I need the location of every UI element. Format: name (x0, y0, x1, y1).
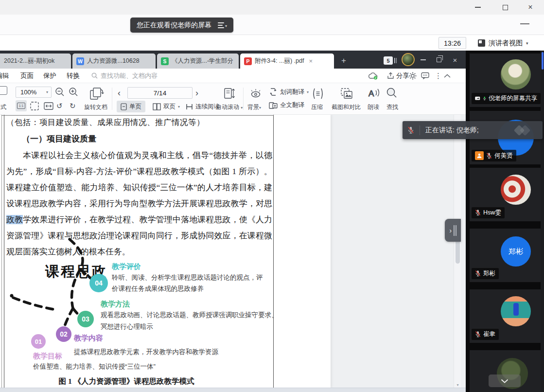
participant-tile-5[interactable]: 崔聿 (470, 289, 541, 343)
writer-file-icon: W (76, 57, 84, 65)
doc-tab-4-active[interactable]: P 附件3-4: ...丽) .pdf × (240, 53, 334, 69)
new-tab-button[interactable]: + (339, 56, 349, 66)
actual-size-button[interactable]: 1:1 (16, 100, 27, 111)
participant-tile-6[interactable] (470, 350, 541, 392)
participant-tile-4[interactable]: 郑彬 郑彬 (470, 229, 541, 282)
grip-icon (454, 225, 456, 236)
participant-tile-teacher[interactable]: 倪老师的屏幕共享 (470, 53, 541, 107)
read-aloud-label[interactable]: 朗读 (368, 103, 379, 111)
zoom-out-button[interactable] (55, 87, 65, 97)
table-border (273, 115, 274, 388)
find-icon[interactable] (386, 87, 398, 99)
meeting-substrip: 您正在观看倪老师的屏幕 ▾ (0, 15, 544, 35)
feedback-button[interactable] (421, 69, 429, 83)
menu-edit[interactable]: 编辑 (0, 69, 9, 83)
restore-icon (437, 57, 441, 62)
background-label[interactable]: 背景▾ (247, 103, 261, 111)
window-minimize-button[interactable] (470, 0, 486, 15)
diagram-label-01: 教学目标 (33, 352, 62, 361)
window-maximize-button[interactable] (497, 0, 513, 15)
read-mode-icon-partial[interactable] (0, 86, 7, 95)
auto-scroll-icon[interactable] (223, 87, 235, 101)
close-icon: × (528, 3, 532, 11)
prev-page-button[interactable]: ‹ (118, 88, 121, 98)
screen-share-icon (475, 95, 480, 102)
search-input[interactable]: 查找功能、文档内容 (91, 69, 158, 83)
avatar (501, 59, 531, 89)
read-mode-label-partial[interactable]: 式 (0, 103, 6, 111)
doc-tab-3[interactable]: S 《人力资源...-学生部分 (157, 53, 239, 69)
tab-label: 《人力资源...-学生部分 (172, 57, 233, 65)
zoom-in-button[interactable] (69, 87, 78, 97)
diagram-label-03: 教学方法 (101, 300, 130, 309)
word-translate-icon (269, 88, 278, 96)
view-mode-select[interactable]: 演讲者视图 ▾ (478, 37, 528, 49)
pdf-restore-button[interactable] (433, 54, 445, 66)
full-translate-button[interactable]: 全文翻译 (269, 101, 304, 109)
table-border (1, 115, 2, 388)
tab-label: 2021-2...丽-期初ok (4, 57, 54, 65)
tab-close-icon[interactable]: × (309, 57, 313, 65)
panel-expand-handle[interactable]: › (445, 219, 461, 242)
zoom-select[interactable]: 100% ▾ (16, 87, 52, 98)
next-page-button[interactable]: › (195, 88, 198, 98)
mic-muted-icon (475, 270, 481, 277)
rotate-document-label[interactable]: 旋转文档 (84, 103, 107, 111)
scroll-more-participants-button[interactable] (489, 374, 521, 387)
scrollbar-down-arrow[interactable]: ▾ (454, 383, 461, 387)
diagram-desc: 提炼课程思政教学元素，开发教学内容和教学资源 (74, 348, 218, 356)
single-page-button[interactable]: 单页 (117, 101, 145, 112)
panel-scrollbar[interactable] (541, 51, 544, 392)
host-badge-icon (475, 151, 484, 160)
compress-label[interactable]: 压缩 (311, 103, 323, 111)
document-scrollbar[interactable]: ▾ (454, 115, 461, 388)
screenshot-compare-label[interactable]: 截图和对比 (332, 103, 361, 111)
double-page-button[interactable]: 双页 ▾ (149, 101, 184, 112)
share-button[interactable]: 分享 (387, 69, 409, 83)
account-avatar[interactable] (402, 53, 415, 66)
panel-scrollbar-thumb[interactable] (542, 52, 544, 70)
toast-menu-button[interactable]: ▾ (218, 22, 227, 28)
rotate-ccw-button[interactable]: ↺ (56, 102, 63, 110)
collapse-toolbar-button[interactable] (444, 69, 451, 83)
settings-button[interactable] (409, 69, 417, 83)
background-icon[interactable] (249, 88, 263, 99)
word-translate-button[interactable]: 划词翻译 ▾ (269, 88, 309, 96)
read-aloud-icon[interactable]: A (368, 87, 381, 99)
fit-page-button[interactable] (30, 101, 39, 111)
menu-convert[interactable]: 转换 (67, 69, 80, 83)
doc-tab-1[interactable]: 2021-2...丽-期初ok (0, 53, 71, 69)
menu-protect[interactable]: 保护 (43, 69, 56, 83)
window-close-button[interactable]: × (522, 0, 539, 15)
page-indicator-input[interactable]: 7/14 (127, 87, 193, 99)
pdf-menubar: 编辑 页面 保护 转换 查找功能、文档内容 分享 (0, 69, 466, 83)
doc-tab-2[interactable]: W 人力资源微...10628 (72, 53, 156, 69)
screenshot-compare-icon[interactable] (340, 88, 353, 99)
compress-icon[interactable] (312, 88, 324, 100)
participant-tile-3[interactable]: Hsw雯 (470, 168, 541, 221)
meeting-viewbar: 13:26 演讲者视图 ▾ (0, 36, 544, 51)
auto-scroll-label[interactable]: 自动滚动 ▾ (216, 103, 243, 111)
fit-width-button[interactable] (43, 101, 54, 111)
find-label[interactable]: 查找 (386, 103, 398, 111)
tab-list-button[interactable]: 5 (384, 56, 397, 65)
diagram-desc: 冥想进行心理暗示 (101, 322, 153, 331)
cloud-sync-button[interactable] (368, 69, 378, 83)
menu-page[interactable]: 页面 (20, 69, 34, 83)
word-translate-label: 划词翻译 (280, 88, 304, 96)
tab-stack-icon (394, 58, 397, 63)
mic-on-icon (483, 95, 486, 102)
meeting-watermark-logo (514, 125, 534, 136)
rotate-cw-button[interactable]: ↻ (70, 102, 76, 110)
pdf-minimize-button[interactable] (417, 54, 429, 66)
more-button[interactable]: ⋮ (435, 69, 442, 83)
rotate-document-icon[interactable] (89, 87, 105, 101)
participant-name: Hsw雯 (483, 209, 501, 217)
doc-heading: （一）项目建设质量 (22, 133, 96, 144)
toolbar-minimize-button[interactable] (520, 23, 529, 24)
pdf-close-button[interactable]: × (449, 54, 461, 66)
participant-label: 郑彬 (472, 268, 499, 279)
mic-muted-icon (486, 152, 492, 160)
meeting-titlebar: × (0, 0, 544, 15)
screen: × 您正在观看倪老师的屏幕 ▾ 13:26 演讲者视图 ▾ 2021-2...丽 (0, 0, 544, 392)
